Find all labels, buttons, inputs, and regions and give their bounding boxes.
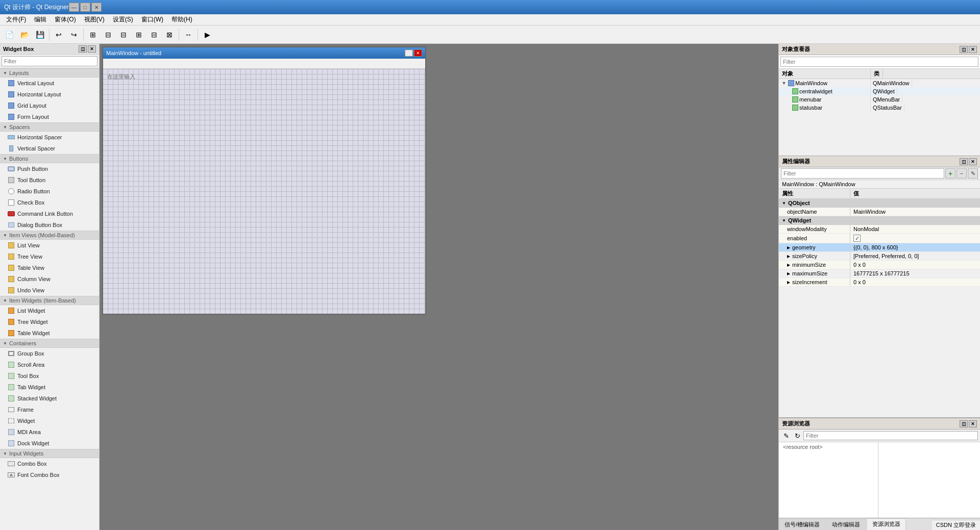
widget-item-tab-widget[interactable]: Tab Widget (0, 382, 99, 393)
widget-item-grid-layout[interactable]: Grid Layout (0, 100, 99, 111)
toolbar-preview-btn[interactable]: ▶ (200, 28, 214, 42)
menu-view[interactable]: 视图(V) (80, 14, 109, 25)
property-filter-input[interactable] (781, 168, 944, 179)
widget-item-radio-button[interactable]: Radio Button (0, 186, 99, 197)
resource-edit-btn[interactable]: ✎ (781, 431, 791, 441)
toolbar-new-btn[interactable]: 📄 (2, 28, 16, 42)
widget-item-list-view[interactable]: List View (0, 240, 99, 251)
toolbar-layout-grid-btn[interactable]: ⊞ (132, 28, 146, 42)
object-inspector-filter-input[interactable] (780, 57, 978, 67)
menu-help[interactable]: 帮助(H) (167, 14, 197, 25)
tree-row-menubar[interactable]: menubar QMenuBar (779, 95, 980, 104)
section-buttons[interactable]: Buttons (0, 154, 99, 163)
prop-row-sizeincrement[interactable]: sizeIncrement 0 x 0 (779, 278, 980, 287)
prop-value-windowmodality[interactable]: NonModal (850, 225, 980, 233)
menu-edit[interactable]: 编辑 (30, 14, 51, 25)
resource-reload-btn[interactable]: ↻ (792, 431, 802, 441)
menu-window[interactable]: 窗口(W) (137, 14, 167, 25)
toolbar-redo-btn[interactable]: ↪ (67, 28, 81, 42)
toolbar-layout-h-btn[interactable]: ⊟ (101, 28, 115, 42)
property-add-btn[interactable]: + (945, 168, 955, 179)
property-minus-btn[interactable]: − (957, 168, 967, 179)
property-editor-float-btn[interactable]: ◫ (960, 158, 968, 165)
widget-box-close-btn[interactable]: ✕ (88, 45, 96, 53)
widget-item-group-box[interactable]: Group Box (0, 348, 99, 359)
widget-item-horizontal-layout[interactable]: Horizontal Layout (0, 89, 99, 100)
widget-item-frame[interactable]: Frame (0, 404, 99, 415)
section-item-widgets[interactable]: Item Widgets (Item-Based) (0, 296, 99, 305)
widget-item-list-widget[interactable]: List Widget (0, 305, 99, 316)
section-containers[interactable]: Containers (0, 339, 99, 348)
menu-form[interactable]: 窗体(O) (51, 14, 80, 25)
object-inspector-close-btn[interactable]: ✕ (969, 46, 977, 53)
section-layouts[interactable]: Layouts (0, 68, 99, 78)
toolbar-save-btn[interactable]: 💾 (33, 28, 47, 42)
widget-item-dialog-button-box[interactable]: Dialog Button Box (0, 219, 99, 231)
widget-item-stacked-widget[interactable]: Stacked Widget (0, 393, 99, 404)
widget-item-push-button[interactable]: Push Button (0, 163, 99, 174)
widget-item-command-link-button[interactable]: Command Link Button (0, 208, 99, 219)
widget-item-horizontal-spacer[interactable]: Horizontal Spacer (0, 132, 99, 143)
toolbar-open-btn[interactable]: 📂 (17, 28, 32, 42)
widget-item-combo-box[interactable]: Combo Box (0, 458, 99, 469)
section-item-views[interactable]: Item Views (Model-Based) (0, 231, 99, 240)
widget-item-table-widget[interactable]: Table Widget (0, 327, 99, 339)
widget-item-tool-box[interactable]: Tool Box (0, 370, 99, 382)
widget-box-float-btn[interactable]: ◫ (79, 45, 87, 53)
widget-item-scroll-area[interactable]: Scroll Area (0, 359, 99, 370)
prop-row-objectname[interactable]: objectName MainWindow (779, 208, 980, 216)
toolbar-widgets-btn[interactable]: ⊞ (86, 28, 100, 42)
widget-item-undo-view[interactable]: Undo View (0, 285, 99, 296)
tab-resource-browser[interactable]: 资源浏览器 (867, 518, 906, 530)
widget-item-tool-button[interactable]: Tool Button (0, 174, 99, 186)
designer-minimize-btn[interactable]: — (405, 49, 413, 57)
prop-value-enabled[interactable] (850, 234, 980, 243)
widget-item-vertical-layout[interactable]: Vertical Layout (0, 78, 99, 89)
tree-row-centralwidget[interactable]: centralwidget QWidget (779, 87, 980, 95)
widget-item-font-combo-box[interactable]: A Font Combo Box (0, 469, 99, 481)
tab-action-editor[interactable]: 动作编辑器 (826, 519, 866, 530)
prop-value-objectname[interactable]: MainWindow (850, 208, 980, 216)
widget-item-widget[interactable]: Widget (0, 415, 99, 426)
toolbar-adjust-btn[interactable]: ↔ (181, 28, 195, 42)
tree-row-mainwindow[interactable]: ▼ MainWindow QMainWindow (779, 79, 980, 87)
toolbar-layout-v-btn[interactable]: ⊟ (116, 28, 131, 42)
property-config-btn[interactable]: ✎ (968, 168, 978, 179)
prop-row-geometry[interactable]: geometry {(0, 0), 800 x 600} (779, 243, 980, 252)
prop-row-minimumsize[interactable]: minimumSize 0 x 0 (779, 261, 980, 269)
prop-value-maximumsize[interactable]: 16777215 x 16777215 (850, 269, 980, 277)
widget-item-check-box[interactable]: Check Box (0, 197, 99, 208)
prop-value-sizepolicy[interactable]: [Preferred, Preferred, 0, 0] (850, 252, 980, 260)
section-input-widgets[interactable]: Input Widgets (0, 449, 99, 458)
resource-root-item[interactable]: <resource root> (779, 442, 878, 451)
prop-row-maximumsize[interactable]: maximumSize 16777215 x 16777215 (779, 269, 980, 278)
tab-signal-slot[interactable]: 信号/槽编辑器 (779, 519, 825, 530)
canvas-area[interactable]: MainWindow - untitled — ✕ 在这里输入 (100, 44, 778, 530)
object-inspector-float-btn[interactable]: ◫ (960, 46, 968, 53)
menu-file[interactable]: 文件(F) (2, 14, 30, 25)
prop-row-windowmodality[interactable]: windowModality NonModal (779, 225, 980, 234)
widget-item-dock-widget[interactable]: Dock Widget (0, 438, 99, 449)
designer-close-btn[interactable]: ✕ (414, 49, 422, 57)
widget-item-column-view[interactable]: Column View (0, 273, 99, 285)
resource-browser-close-btn[interactable]: ✕ (969, 420, 977, 427)
tree-row-statusbar[interactable]: statusbar QStatusBar (779, 104, 980, 112)
prop-row-enabled[interactable]: enabled (779, 234, 980, 243)
prop-row-sizepolicy[interactable]: sizePolicy [Preferred, Preferred, 0, 0] (779, 252, 980, 261)
resource-browser-float-btn[interactable]: ◫ (960, 420, 968, 427)
widget-item-vertical-spacer[interactable]: Vertical Spacer (0, 143, 99, 154)
minimize-btn[interactable]: — (69, 3, 79, 12)
designer-canvas[interactable]: 在这里输入 (103, 69, 425, 314)
menu-settings[interactable]: 设置(S) (109, 14, 137, 25)
toolbar-undo-btn[interactable]: ↩ (52, 28, 66, 42)
prop-checkbox-enabled[interactable] (853, 235, 861, 242)
widget-box-filter-input[interactable] (2, 56, 97, 66)
prop-value-geometry[interactable]: {(0, 0), 800 x 600} (850, 243, 980, 251)
resource-filter-input[interactable] (803, 431, 978, 440)
toolbar-break-btn[interactable]: ⊠ (162, 28, 177, 42)
widget-item-table-view[interactable]: Table View (0, 262, 99, 273)
close-btn[interactable]: ✕ (91, 3, 102, 12)
maximize-btn[interactable]: □ (80, 3, 90, 12)
section-spacers[interactable]: Spacers (0, 122, 99, 132)
property-editor-close-btn[interactable]: ✕ (969, 158, 977, 165)
